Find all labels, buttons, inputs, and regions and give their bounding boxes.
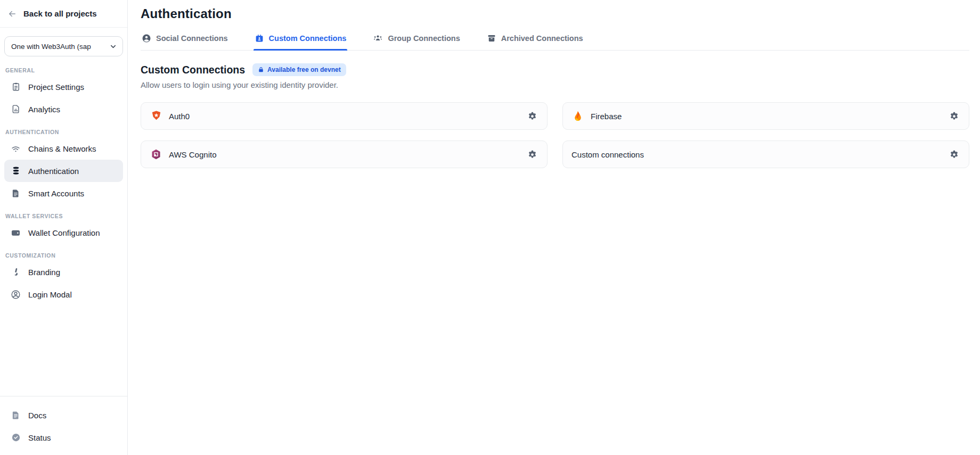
connection-card-label: Custom connections (571, 150, 948, 159)
section-description: Allow users to login using your existing… (141, 80, 969, 89)
sidebar-item-chains-networks[interactable]: Chains & Networks (4, 137, 123, 160)
tab-custom-connections[interactable]: Custom Connections (254, 31, 348, 50)
sidebar-item-docs[interactable]: Docs (4, 404, 123, 426)
connection-card-firebase[interactable]: Firebase (562, 102, 969, 130)
clipboard-icon (11, 82, 21, 92)
sidebar-item-label: Login Modal (28, 290, 72, 299)
sidebar-item-authentication[interactable]: Authentication (4, 160, 123, 182)
document-icon (11, 410, 21, 420)
gear-icon[interactable] (948, 110, 960, 122)
aws-cognito-logo (150, 148, 162, 161)
tab-archived-connections[interactable]: Archived Connections (486, 31, 584, 50)
section-label-customization: CUSTOMIZATION (5, 252, 123, 259)
gear-icon[interactable] (948, 148, 960, 161)
sidebar-item-label: Smart Accounts (28, 189, 84, 198)
sidebar-item-label: Authentication (28, 167, 79, 176)
connection-card-label: Firebase (591, 112, 948, 121)
back-to-projects-link[interactable]: Back to all projects (0, 0, 127, 28)
sidebar: Back to all projects One with Web3Auth (… (0, 0, 128, 455)
section-label-general: GENERAL (5, 67, 123, 73)
users-group-icon (373, 33, 383, 43)
sidebar-item-status[interactable]: Status (4, 426, 123, 449)
connection-card-aws-cognito[interactable]: AWS Cognito (141, 140, 548, 168)
devnet-badge: Available free on devnet (252, 63, 346, 76)
sidebar-item-label: Branding (28, 268, 60, 277)
sidebar-item-analytics[interactable]: Analytics (4, 98, 123, 120)
tab-group-connections[interactable]: Group Connections (372, 31, 461, 50)
project-selector-value: One with Web3Auth (sap (11, 43, 107, 51)
connection-card-label: Auth0 (169, 112, 526, 121)
tab-social-connections[interactable]: Social Connections (141, 31, 229, 50)
connections-grid: Auth0 Firebase AWS Cognito (141, 102, 969, 168)
connection-card-auth0[interactable]: Auth0 (141, 102, 548, 130)
section-label-authentication: AUTHENTICATION (5, 129, 123, 135)
id-badge-icon (255, 34, 264, 43)
app-window: Back to all projects One with Web3Auth (… (0, 0, 980, 455)
sidebar-item-label: Status (28, 433, 51, 442)
gear-icon[interactable] (526, 110, 538, 122)
wallet-icon (11, 228, 21, 238)
user-circle-icon (11, 289, 21, 300)
sidebar-item-smart-accounts[interactable]: Smart Accounts (4, 182, 123, 204)
main-content: Authentication Social Connections Custom… (128, 0, 980, 455)
sidebar-nav: GENERAL Project Settings Analytics AUTHE… (0, 59, 127, 396)
connection-card-custom[interactable]: Custom connections (562, 140, 969, 168)
tab-bar: Social Connections Custom Connections Gr… (141, 31, 969, 51)
devnet-badge-label: Available free on devnet (267, 66, 341, 73)
project-selector[interactable]: One with Web3Auth (sap (4, 36, 123, 56)
sidebar-item-label: Project Settings (28, 82, 84, 92)
file-icon (11, 188, 21, 198)
section-label-wallet-services: WALLET SERVICES (5, 213, 123, 219)
page-title: Authentication (141, 6, 969, 21)
archive-icon (487, 34, 496, 43)
connection-card-label: AWS Cognito (169, 150, 526, 159)
sidebar-item-label: Analytics (28, 105, 60, 114)
tab-label: Social Connections (156, 34, 228, 43)
arrow-left-icon (7, 9, 17, 19)
auth0-logo (150, 110, 162, 122)
wifi-icon (11, 144, 21, 154)
tab-label: Archived Connections (501, 34, 583, 43)
section-title: Custom Connections (141, 64, 245, 76)
firebase-logo (571, 110, 584, 122)
sidebar-item-label: Wallet Configuration (28, 228, 100, 237)
tab-label: Group Connections (388, 34, 460, 43)
sidebar-item-label: Chains & Networks (28, 144, 96, 153)
check-circle-icon (11, 433, 21, 443)
lock-icon (258, 67, 264, 73)
back-label: Back to all projects (23, 9, 97, 18)
sidebar-item-wallet-configuration[interactable]: Wallet Configuration (4, 221, 123, 244)
chevron-down-icon (109, 43, 117, 51)
user-circle-solid-icon (142, 34, 151, 43)
sidebar-footer: Docs Status (0, 396, 127, 455)
gear-icon[interactable] (526, 148, 538, 161)
sidebar-item-login-modal[interactable]: Login Modal (4, 283, 123, 305)
analytics-doc-icon (11, 104, 21, 114)
sidebar-item-project-settings[interactable]: Project Settings (4, 76, 123, 98)
sidebar-item-label: Docs (28, 411, 46, 420)
section-header: Custom Connections Available free on dev… (141, 63, 969, 76)
brush-icon (11, 267, 21, 277)
tab-label: Custom Connections (269, 34, 347, 43)
stack-icon (11, 166, 21, 176)
sidebar-item-branding[interactable]: Branding (4, 261, 123, 283)
